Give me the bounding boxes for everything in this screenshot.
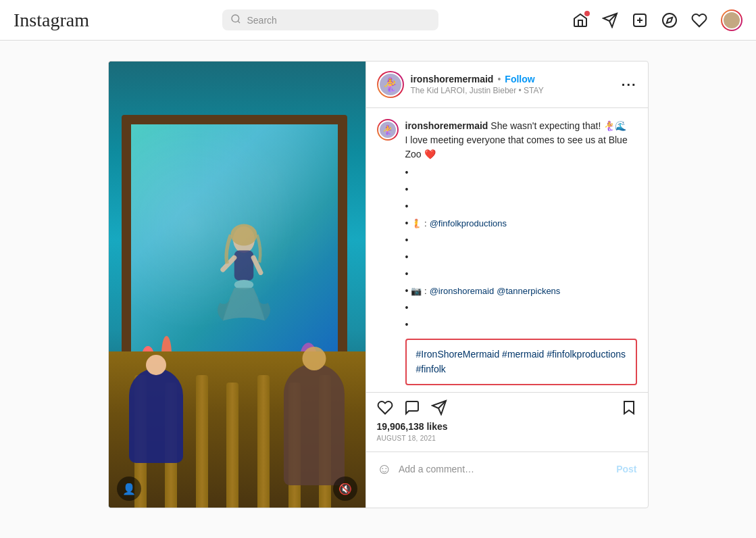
main-content: 👤 🔇 🧜‍♀️ ironshoremermaid • Follow: [0, 41, 756, 529]
post-card: 👤 🔇 🧜‍♀️ ironshoremermaid • Follow: [108, 61, 649, 508]
heart-icon[interactable]: [691, 12, 707, 28]
hashtag-box: #IronShoreMermaid #mermaid #finfolkprodu…: [405, 339, 637, 385]
likes-count: 19,906,138 likes: [377, 421, 637, 432]
bullet-list: 🧜 : @finfolkproductions 📷 : @ironshorema…: [405, 166, 637, 332]
like-button[interactable]: [377, 399, 393, 416]
user-control-btn[interactable]: 👤: [117, 476, 141, 501]
finfolk-mention[interactable]: @finfolkproductions: [430, 217, 507, 230]
svg-rect-10: [234, 250, 253, 280]
media-controls: 👤 🔇: [117, 476, 357, 501]
comment-input[interactable]: [399, 464, 609, 474]
comment-button[interactable]: [404, 399, 420, 416]
top-nav: [572, 9, 742, 31]
svg-line-12: [223, 258, 234, 270]
mermaid-figure: [203, 216, 284, 324]
caption-item: 🧜‍♀️ ironshoremermaid She wasn't expecti…: [377, 119, 637, 392]
search-input[interactable]: [247, 15, 430, 26]
caption-content: ironshoremermaid She wasn't expecting th…: [405, 119, 637, 392]
post-media: 👤 🔇: [109, 62, 366, 508]
svg-point-7: [663, 14, 676, 27]
search-bar[interactable]: [222, 9, 438, 30]
post-song: The Kid LAROI, Justin Bieber • STAY: [411, 86, 615, 95]
bullet-item: [405, 250, 637, 264]
follow-button[interactable]: Follow: [505, 74, 534, 84]
svg-point-14: [230, 224, 257, 245]
search-icon: [230, 14, 241, 26]
bullet-item: [405, 166, 637, 180]
send-icon[interactable]: [602, 12, 618, 28]
child-left-silhouette: [129, 368, 183, 463]
add-icon[interactable]: [632, 12, 648, 28]
instagram-logo: Instagram: [14, 9, 89, 31]
caption-avatar[interactable]: 🧜‍♀️: [377, 119, 399, 141]
ironshoremermaid-mention[interactable]: @ironshoremaid: [430, 285, 495, 298]
more-options-button[interactable]: ···: [622, 78, 637, 91]
post-info: 🧜‍♀️ ironshoremermaid • Follow The Kid L…: [366, 62, 648, 508]
post-author-avatar[interactable]: 🧜‍♀️: [377, 71, 404, 98]
bullet-item: [405, 318, 637, 332]
caption-body: I love meeting everyone that comes to se…: [405, 134, 628, 160]
dot-separator: •: [497, 74, 501, 84]
photo-credits-item: 📷 : @ironshoremaid @tannerpickens: [405, 284, 637, 298]
app-header: Instagram: [0, 0, 756, 41]
post-body: 🧜‍♀️ ironshoremermaid She wasn't expecti…: [366, 108, 648, 392]
profile-avatar[interactable]: [721, 9, 742, 31]
caption-text: She wasn't expecting that! 🧜‍♀️🌊: [490, 120, 626, 131]
action-buttons-row: [377, 399, 637, 416]
child-right-silhouette: [284, 364, 345, 485]
mute-control-btn[interactable]: 🔇: [333, 476, 357, 501]
bullet-item: [405, 301, 637, 315]
action-left-group: [377, 399, 447, 416]
post-author-info: ironshoremermaid • Follow The Kid LAROI,…: [411, 74, 615, 95]
finfolk-mention-item: 🧜 : @finfolkproductions: [405, 216, 637, 230]
post-actions: 19,906,138 likes AUGUST 18, 2021: [366, 392, 648, 451]
bullet-item: [405, 233, 637, 247]
caption-username[interactable]: ironshoremermaid: [405, 120, 488, 131]
post-comment-button[interactable]: Post: [616, 464, 636, 474]
save-button[interactable]: [621, 399, 637, 416]
post-header: 🧜‍♀️ ironshoremermaid • Follow The Kid L…: [366, 62, 648, 108]
home-icon[interactable]: [572, 12, 588, 28]
avatar-image: [722, 11, 741, 30]
bullet-item: [405, 182, 637, 197]
media-image: [109, 62, 366, 508]
notification-dot: [584, 11, 590, 16]
add-comment-row: ☺ Post: [366, 451, 648, 486]
post-date: AUGUST 18, 2021: [377, 435, 637, 442]
svg-line-1: [238, 21, 241, 23]
svg-point-0: [232, 15, 239, 22]
bullet-item: [405, 267, 637, 281]
tannerpickens-mention[interactable]: @tannerpickens: [497, 285, 560, 298]
svg-marker-8: [667, 17, 672, 22]
bullet-item: [405, 199, 637, 214]
explore-icon[interactable]: [661, 12, 678, 28]
aquarium-frame: [122, 115, 347, 383]
hashtag-text[interactable]: #IronShoreMermaid #mermaid #finfolkprodu…: [416, 349, 626, 374]
post-username[interactable]: ironshoremermaid: [411, 74, 494, 84]
emoji-button[interactable]: ☺: [377, 460, 392, 478]
share-button[interactable]: [431, 399, 447, 416]
svg-marker-17: [624, 401, 634, 414]
